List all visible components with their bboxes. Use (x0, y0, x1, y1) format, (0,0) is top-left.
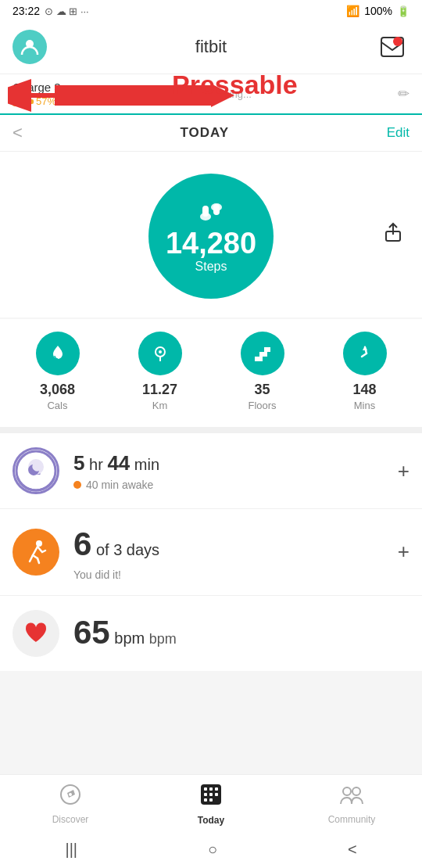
sleep-hr-label: hr (89, 456, 107, 473)
app-header: fitbit (0, 22, 422, 74)
activity-count: 6 (73, 525, 91, 562)
floors-icon (241, 332, 284, 375)
stat-cals[interactable]: 3,068 Cals (36, 332, 80, 411)
sleep-min: 44 (107, 451, 130, 475)
current-date-label: TODAY (180, 125, 229, 141)
status-indicators: 📶 100% 🔋 (346, 5, 409, 17)
km-value: 11.27 (142, 382, 177, 398)
svg-point-13 (159, 350, 162, 353)
mins-value: 148 (352, 382, 376, 398)
sleep-min-label: min (134, 456, 159, 473)
battery-icon-status: 🔋 (397, 5, 409, 17)
app-title: fitbit (195, 37, 227, 57)
sleep-add-button[interactable]: + (398, 459, 409, 483)
back-button[interactable]: < (348, 841, 357, 859)
activity-of-label: of 3 days (96, 541, 159, 558)
svg-rect-14 (255, 357, 263, 361)
bottom-nav: Discover Today (0, 774, 422, 830)
cards-section: Z 5 hr 44 min 40 min awake + (0, 433, 422, 671)
menu-button[interactable]: ||| (65, 841, 77, 859)
heart-content: 65 bpm bpm (73, 612, 409, 655)
svg-point-22 (36, 540, 42, 547)
heart-bpm-unit: bpm (149, 631, 177, 647)
discover-label: Discover (52, 814, 89, 825)
prev-day-button[interactable]: < (13, 123, 23, 143)
svg-rect-34 (209, 798, 213, 802)
km-icon (138, 332, 182, 375)
sleep-icon-wrap: Z (13, 447, 59, 494)
svg-marker-17 (363, 346, 367, 350)
stat-km[interactable]: 11.27 Km (138, 332, 182, 411)
nav-today[interactable]: Today (141, 783, 281, 826)
svg-rect-32 (215, 793, 218, 796)
sleep-hours: 5 (73, 451, 84, 475)
heart-icon-svg (23, 620, 49, 647)
svg-point-25 (69, 793, 72, 796)
home-button[interactable]: ○ (208, 841, 217, 859)
pressable-label: Pressable (172, 70, 298, 100)
today-icon (199, 783, 223, 812)
battery-status: 100% (364, 5, 392, 17)
inbox-button[interactable] (375, 30, 409, 64)
svg-rect-30 (204, 793, 207, 796)
activity-sub-text: You did it! (73, 569, 121, 581)
heart-rate-card[interactable]: 65 bpm bpm (0, 596, 422, 671)
heart-bpm-value: 65 (73, 614, 110, 651)
mins-icon (343, 332, 387, 375)
time-display: 23:22 (13, 5, 40, 17)
wifi-icon: 📶 (346, 5, 359, 17)
sleep-icon-svg: Z (15, 450, 57, 492)
activity-icon-wrap (13, 529, 59, 576)
svg-rect-16 (264, 347, 270, 352)
km-unit: Km (152, 400, 168, 411)
svg-rect-29 (215, 787, 218, 791)
steps-section: 14,280 Steps (0, 152, 422, 317)
edit-button[interactable]: Edit (387, 125, 409, 141)
activity-content: 6 of 3 days You did it! (73, 523, 392, 581)
heart-bpm-label: bpm (114, 629, 145, 647)
floors-unit: Floors (248, 400, 276, 411)
heart-main: 65 bpm bpm (73, 612, 409, 655)
svg-rect-33 (204, 798, 207, 802)
user-avatar[interactable] (13, 30, 47, 64)
heart-icon-wrap (13, 610, 59, 657)
status-bar: 23:22 ⊙ ☁ ⊞ ··· 📶 100% 🔋 (0, 0, 422, 22)
svg-rect-31 (209, 793, 213, 796)
svg-point-35 (343, 787, 351, 795)
share-button[interactable] (383, 222, 403, 247)
stat-floors[interactable]: 35 Floors (241, 332, 284, 411)
cals-unit: Cals (47, 400, 67, 411)
activity-icon-svg (22, 538, 50, 566)
stat-mins[interactable]: 148 Mins (343, 332, 387, 411)
activity-add-button[interactable]: + (398, 540, 409, 564)
status-time: 23:22 ⊙ ☁ ⊞ ··· (13, 5, 89, 17)
svg-rect-15 (259, 352, 267, 357)
mins-unit: Mins (354, 400, 375, 411)
sleep-sub: 40 min awake (73, 479, 392, 491)
nav-community[interactable]: Community (281, 784, 422, 825)
status-icons: ⊙ ☁ ⊞ ··· (45, 5, 89, 17)
sleep-card[interactable]: Z 5 hr 44 min 40 min awake + (0, 433, 422, 509)
activity-main: 6 of 3 days (73, 523, 392, 566)
cals-value: 3,068 (40, 382, 75, 398)
sleep-main: 5 hr 44 min (73, 450, 392, 477)
activity-card[interactable]: 6 of 3 days You did it! + (0, 509, 422, 596)
device-edit-icon[interactable]: ✏ (398, 85, 409, 102)
steps-count: 14,280 (166, 228, 256, 258)
steps-icon (198, 199, 224, 227)
community-icon (339, 784, 364, 811)
awake-text: 40 min awake (86, 479, 153, 491)
steps-circle[interactable]: 14,280 Steps (148, 174, 274, 299)
system-nav: ||| ○ < (0, 830, 422, 868)
discover-icon (59, 784, 81, 811)
svg-point-36 (352, 787, 360, 795)
svg-rect-28 (209, 787, 213, 791)
stats-row: 3,068 Cals 11.27 Km 35 Floors (0, 319, 422, 433)
floors-value: 35 (254, 382, 270, 398)
nav-discover[interactable]: Discover (0, 784, 141, 825)
svg-rect-2 (393, 37, 402, 46)
community-label: Community (328, 814, 376, 825)
activity-sub: You did it! (73, 569, 392, 581)
today-label: Today (198, 815, 224, 826)
svg-rect-9 (202, 206, 209, 217)
